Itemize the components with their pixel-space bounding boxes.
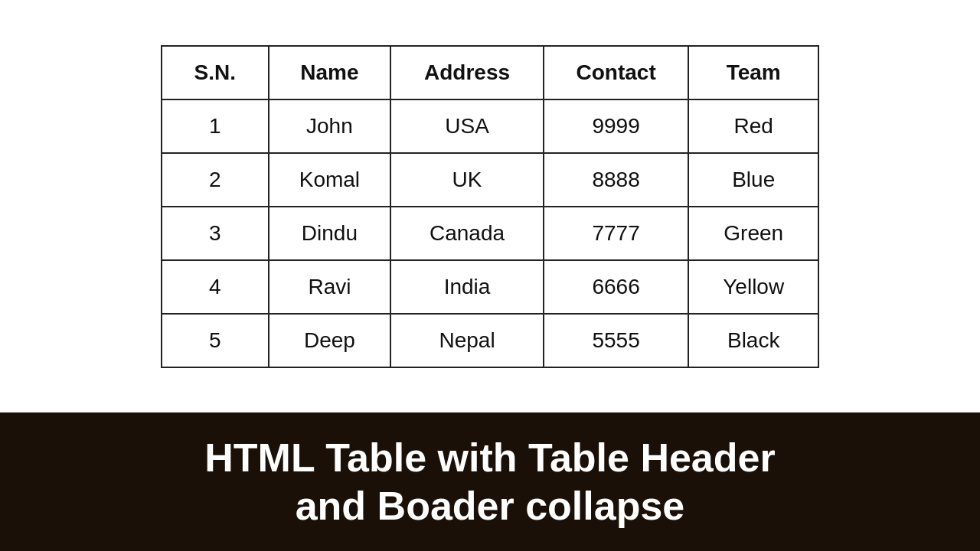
col-header-team: Team [688, 46, 818, 99]
cell-name: Komal [269, 153, 391, 207]
footer-line2: and Boader collapse [296, 484, 685, 528]
cell-address: Nepal [390, 314, 544, 367]
cell-sn: 5 [162, 314, 269, 367]
cell-sn: 3 [162, 207, 269, 260]
cell-address: India [390, 260, 544, 314]
header-row: S.N. Name Address Contact Team [162, 46, 818, 99]
col-header-name: Name [269, 46, 391, 99]
cell-address: USA [390, 99, 544, 153]
table-section: S.N. Name Address Contact Team 1JohnUSA9… [0, 0, 980, 412]
col-header-sn: S.N. [162, 46, 269, 99]
table-row: 4RaviIndia6666Yellow [162, 260, 818, 314]
cell-name: Dindu [269, 207, 391, 260]
cell-contact: 5555 [544, 314, 689, 367]
cell-contact: 6666 [544, 260, 689, 314]
cell-team: Green [688, 207, 818, 260]
cell-team: Blue [688, 153, 818, 207]
table-row: 1JohnUSA9999Red [162, 99, 818, 153]
cell-name: Ravi [269, 260, 391, 314]
table-row: 5DeepNepal5555Black [162, 314, 818, 367]
cell-name: John [269, 99, 391, 153]
cell-address: UK [390, 153, 544, 207]
cell-contact: 8888 [544, 153, 689, 207]
col-header-contact: Contact [544, 46, 689, 99]
table-row: 3DinduCanada7777Green [162, 207, 818, 260]
cell-contact: 7777 [544, 207, 689, 260]
table-row: 2KomalUK8888Blue [162, 153, 818, 207]
cell-sn: 1 [162, 99, 269, 153]
footer-line1: HTML Table with Table Header [204, 435, 775, 480]
cell-team: Black [688, 314, 818, 367]
footer-text: HTML Table with Table Header and Boader … [204, 434, 775, 530]
cell-sn: 4 [162, 260, 269, 314]
cell-sn: 2 [162, 153, 269, 207]
footer-banner: HTML Table with Table Header and Boader … [0, 412, 980, 551]
cell-team: Yellow [688, 260, 818, 314]
cell-name: Deep [269, 314, 391, 367]
cell-contact: 9999 [544, 99, 689, 153]
data-table: S.N. Name Address Contact Team 1JohnUSA9… [161, 45, 819, 368]
col-header-address: Address [390, 46, 544, 99]
cell-address: Canada [390, 207, 544, 260]
cell-team: Red [688, 99, 818, 153]
